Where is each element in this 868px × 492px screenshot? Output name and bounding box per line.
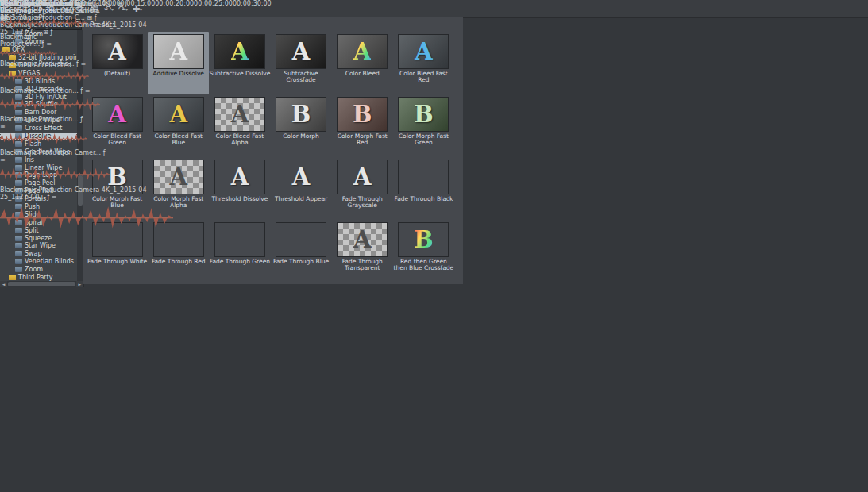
audio-clip[interactable]: Blackmagic Production... ƒ ≡ xyxy=(0,87,100,116)
clip-menu-button[interactable]: ≡ xyxy=(0,123,6,130)
event-fx-button[interactable]: ƒ xyxy=(17,7,19,14)
timeline: 00:00:09:06 00:00:00:0000:00:05:0000:00:… xyxy=(0,136,868,206)
clip-name: Blackmagic Production Ca... xyxy=(0,0,72,14)
event-fx-button[interactable]: ƒ xyxy=(80,87,83,94)
audio-clip[interactable]: Blackmagic Production Camera 4K_1_2015-0… xyxy=(0,186,173,237)
audio-waveform xyxy=(0,201,173,237)
event-fx-button[interactable]: ƒ xyxy=(47,194,49,201)
clip-name: Blackmagic Production... xyxy=(0,33,40,48)
audio-waveform xyxy=(0,130,87,149)
event-fx-button[interactable]: ƒ xyxy=(42,40,44,48)
audio-clip[interactable]: Blackmagic Productio... ƒ ≡ xyxy=(0,60,89,86)
audio-clip[interactable]: Blackmagic Production Camer... ƒ ≡ xyxy=(0,149,110,187)
clip-name: Blackmagic Production Camer... xyxy=(0,149,101,156)
clip-menu-button[interactable]: ≡ xyxy=(85,87,91,94)
clip-name: Blackmagic Production... xyxy=(0,87,79,94)
clip-menu-button[interactable]: ≡ xyxy=(80,60,86,67)
audio-clip[interactable]: Blackmagic Production Ca... ƒ ≡ xyxy=(0,0,87,33)
audio-waveform xyxy=(0,67,89,86)
clip-menu-button[interactable]: ≡ xyxy=(21,7,26,14)
event-fx-button[interactable]: ƒ xyxy=(76,60,79,67)
clip-menu-button[interactable]: ≡ xyxy=(46,40,52,48)
clip-name: Blackmagic Production Camera 4K_1_2015-0… xyxy=(0,186,149,201)
audio-waveform xyxy=(0,94,100,116)
audio-clip[interactable]: Blackmagic Production... ƒ ≡ xyxy=(0,116,87,149)
event-fx-button[interactable]: ƒ xyxy=(80,116,83,123)
clip-menu-button[interactable]: ≡ xyxy=(0,156,6,163)
audio-waveform xyxy=(0,48,57,60)
event-fx-button[interactable]: ƒ xyxy=(103,149,106,156)
audio-waveform xyxy=(0,163,110,187)
audio-waveform xyxy=(0,14,87,33)
audio-clip[interactable]: Blackmagic Production... ƒ ≡ xyxy=(0,33,57,60)
clip-menu-button[interactable]: ≡ xyxy=(52,194,57,201)
clip-name: Blackmagic Production... xyxy=(0,116,79,123)
vegas-pro-window: ▢▾ ◳▾ ◫▾ ⚙▾ ✂▾ ⧉▾ ▤▾ ↶▾ ↷▾ ✚▾ xyxy=(0,0,868,492)
clip-name: Blackmagic Productio... xyxy=(0,60,75,67)
